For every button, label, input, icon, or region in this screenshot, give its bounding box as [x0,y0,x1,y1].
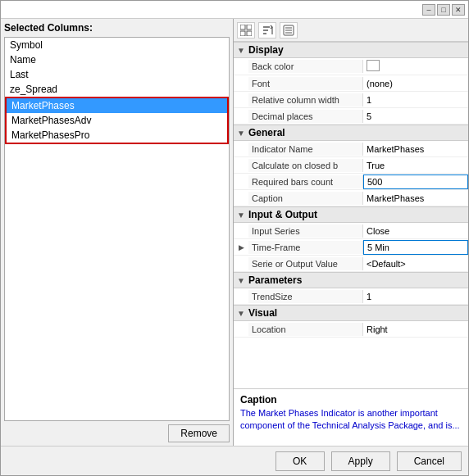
display-label: Display [248,44,284,56]
display-toggle[interactable]: ▼ [237,46,245,55]
decimal-value[interactable]: 5 [363,110,468,123]
prop-location: Location Right [234,321,468,338]
indicatorname-label: Indicator Name [248,143,363,156]
inputoutput-toggle[interactable]: ▼ [237,211,245,220]
column-item-marketphasespro[interactable]: MarketPhasesPro [7,128,227,143]
inputoutput-label: Input & Output [248,209,317,220]
maximize-button[interactable]: □ [437,4,450,16]
column-item-marketphases[interactable]: MarketPhases [7,98,227,113]
left-panel: Selected Columns: Symbol Name Last ze_Sp… [1,19,234,446]
colwidth-value[interactable]: 1 [363,93,468,107]
column-list[interactable]: Symbol Name Last ze_Spread MarketPhases … [4,37,230,421]
cancel-button[interactable]: Cancel [397,451,462,471]
decimal-label: Decimal places [248,110,363,123]
timeframe-value[interactable]: 5 Min [363,240,468,255]
color-swatch[interactable] [367,60,380,71]
requiredbars-value[interactable]: 500 [363,175,468,189]
prop-caption: Caption MarketPhases [234,190,468,206]
requiredbars-label: Required bars count [248,175,363,188]
ok-button[interactable]: OK [275,451,325,471]
svg-rect-2 [240,31,245,36]
right-panel: ▼ Display Back color Font (none) [234,19,468,446]
prop-indicatorname: Indicator Name MarketPhases [234,141,468,157]
timeframe-label: Time-Frame [248,241,363,254]
main-window: – □ ✕ Selected Columns: Symbol Name Last… [0,0,469,476]
selected-columns-label: Selected Columns: [4,22,230,34]
svg-rect-1 [247,25,252,29]
title-bar-buttons: – □ ✕ [422,4,465,16]
colwidth-label: Relative column width [248,93,363,107]
properties-area: ▼ Display Back color Font (none) [234,42,468,388]
calconclosed-value[interactable]: True [363,159,468,172]
description-title: Caption [240,394,462,406]
column-item-marketphasesadv[interactable]: MarketPhasesAdv [7,113,227,128]
section-visual[interactable]: ▼ Visual [234,305,468,321]
title-bar: – □ ✕ [1,1,468,19]
section-general[interactable]: ▼ General [234,125,468,141]
section-parameters[interactable]: ▼ Parameters [234,272,468,288]
sort-icon[interactable] [258,22,276,39]
location-label: Location [248,323,363,336]
backcolor-label: Back color [248,60,363,73]
apply-button[interactable]: Apply [331,451,390,471]
column-item-name[interactable]: Name [5,52,229,67]
remove-button[interactable]: Remove [168,424,230,442]
bottom-bar: OK Apply Cancel [1,446,468,475]
caption-value[interactable]: MarketPhases [363,192,468,205]
column-item-last[interactable]: Last [5,67,229,82]
outputvalue-value[interactable]: <Default> [363,257,468,270]
section-display[interactable]: ▼ Display [234,42,468,58]
content-area: Selected Columns: Symbol Name Last ze_Sp… [1,19,468,446]
column-item-symbol[interactable]: Symbol [5,38,229,52]
minimize-button[interactable]: – [422,4,435,16]
general-label: General [248,127,285,138]
trendsize-label: TrendSize [248,290,363,303]
column-item-zespread[interactable]: ze_Spread [5,82,229,97]
inputseries-label: Input Series [248,224,363,238]
prop-inputseries: Input Series Close [234,223,468,239]
prop-calconclosed: Calculate on closed b True [234,157,468,174]
visual-toggle[interactable]: ▼ [237,309,245,318]
prop-timeframe: ▶ Time-Frame 5 Min [234,239,468,256]
location-value[interactable]: Right [363,323,468,336]
trendsize-value[interactable]: 1 [363,290,468,303]
toolbar [234,19,468,42]
prop-trendsize: TrendSize 1 [234,288,468,305]
svg-rect-3 [247,31,252,36]
prop-requiredbars: Required bars count 500 [234,174,468,190]
inputseries-value[interactable]: Close [363,224,468,238]
filter-icon[interactable] [280,22,298,39]
grid-icon[interactable] [237,22,255,39]
parameters-toggle[interactable]: ▼ [237,276,245,285]
description-text: The Market Phases Indicator is another i… [240,407,462,433]
parameters-label: Parameters [248,274,302,286]
close-button[interactable]: ✕ [452,4,465,16]
description-area: Caption The Market Phases Indicator is a… [234,388,468,446]
prop-outputvalue: Serie or Output Value <Default> [234,256,468,272]
prop-font: Font (none) [234,75,468,92]
outputvalue-label: Serie or Output Value [248,257,363,270]
svg-rect-0 [240,25,245,29]
prop-decimal: Decimal places 5 [234,108,468,125]
left-panel-footer: Remove [4,421,230,442]
general-toggle[interactable]: ▼ [237,129,245,138]
prop-colwidth: Relative column width 1 [234,92,468,108]
calconclosed-label: Calculate on closed b [248,159,363,172]
font-value[interactable]: (none) [363,77,468,90]
caption-label: Caption [248,192,363,205]
indicatorname-value[interactable]: MarketPhases [363,143,468,156]
expand-timeframe[interactable]: ▶ [234,243,248,252]
prop-backcolor: Back color [234,58,468,75]
backcolor-value[interactable] [363,58,468,75]
section-inputoutput[interactable]: ▼ Input & Output [234,206,468,223]
visual-label: Visual [248,307,277,319]
font-label: Font [248,77,363,90]
